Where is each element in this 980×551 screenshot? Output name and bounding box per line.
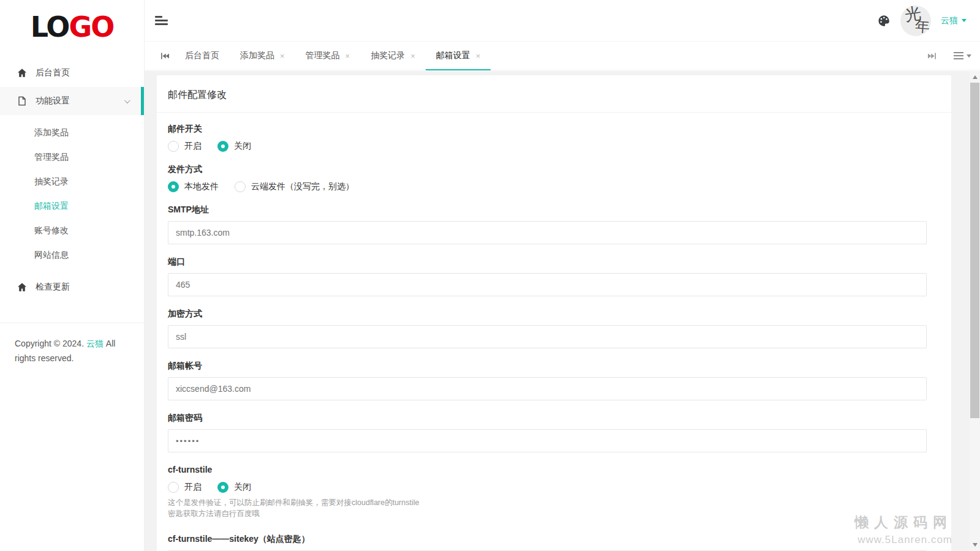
radio-circle-icon — [168, 482, 179, 493]
home-icon — [17, 282, 27, 292]
turnstile-help-line2: 密匙获取方法请自行百度哦 — [168, 509, 927, 519]
tab-label: 抽奖记录 — [371, 50, 405, 61]
sidebar-item-check-update[interactable]: 检查更新 — [0, 273, 144, 301]
field-label-turnstile: cf-turnstile — [168, 463, 927, 476]
avatar-character-2: 年 — [914, 16, 930, 37]
field-label-password: 邮箱密码 — [168, 411, 927, 424]
tab-label: 邮箱设置 — [436, 50, 470, 61]
tab-label: 后台首页 — [185, 50, 219, 61]
radio-turnstile-on[interactable]: 开启 — [168, 482, 202, 493]
username: 云猫 — [941, 15, 958, 26]
close-icon[interactable]: × — [280, 52, 285, 60]
logo-text-black: LO — [31, 10, 69, 43]
port-input[interactable] — [168, 273, 927, 296]
field-label-send-method: 发件方式 — [168, 163, 927, 175]
tab-dashboard[interactable]: 后台首页 — [175, 42, 230, 70]
close-icon[interactable]: × — [345, 52, 350, 60]
scroll-tabs-left-icon[interactable] — [156, 42, 175, 70]
email-password-input[interactable] — [168, 429, 927, 452]
field-label-account: 邮箱帐号 — [168, 359, 927, 372]
field-label-smtp: SMTP地址 — [168, 203, 927, 216]
scrollbar-down-arrow[interactable] — [970, 540, 980, 550]
tab-manage-prize[interactable]: 管理奖品 × — [295, 42, 361, 70]
theme-palette-icon[interactable] — [877, 14, 891, 28]
encryption-input[interactable] — [168, 325, 927, 348]
field-label-mail-switch: 邮件开关 — [168, 122, 927, 135]
email-account-input[interactable] — [168, 377, 927, 400]
sidebar-item-label: 后台首页 — [36, 67, 70, 78]
user-menu[interactable]: 云猫 — [941, 15, 967, 26]
mail-switch-radio-group: 开启 关闭 — [168, 141, 927, 152]
sidebar-item-draw-records[interactable]: 抽奖记录 — [0, 169, 144, 193]
scrollbar-up-arrow[interactable] — [970, 72, 980, 82]
content-area: 邮件配置修改 邮件开关 开启 关闭 发件方式 — [145, 71, 970, 551]
radio-circle-icon — [235, 181, 246, 192]
open-tabs: 后台首页 添加奖品 × 管理奖品 × 抽奖记录 × 邮箱设置 × — [175, 42, 491, 70]
sidebar-item-dashboard[interactable]: 后台首页 — [0, 59, 144, 87]
avatar[interactable]: 光 年 — [900, 6, 931, 36]
mail-config-form: 邮件开关 开启 关闭 发件方式 本地发件 — [157, 113, 951, 551]
turnstile-help-line1: 这个是发件验证，可以防止刷邮件和刷抽奖，需要对接cloudflare的turns… — [168, 498, 927, 508]
field-label-sitekey: cf-turnstile——sitekey（站点密匙） — [168, 533, 927, 545]
scroll-tabs-right-icon[interactable] — [922, 52, 941, 60]
scrollbar[interactable] — [970, 71, 980, 551]
radio-turnstile-off[interactable]: 关闭 — [217, 482, 251, 493]
main-area: 光 年 云猫 后台首页 添加奖品 × 管理奖品 × — [145, 0, 980, 551]
copyright-brand-link[interactable]: 云猫 — [86, 339, 104, 348]
sidebar-submenu: 添加奖品 管理奖品 抽奖记录 邮箱设置 账号修改 网站信息 — [0, 115, 144, 267]
sidebar-item-manage-prize[interactable]: 管理奖品 — [0, 144, 144, 169]
tab-label: 添加奖品 — [240, 50, 274, 61]
radio-circle-icon — [217, 482, 228, 493]
tab-options-menu[interactable] — [954, 50, 971, 61]
smtp-address-input[interactable] — [168, 221, 927, 244]
chevron-down-icon — [962, 19, 967, 22]
radio-circle-icon — [168, 141, 179, 152]
radio-mail-on[interactable]: 开启 — [168, 141, 202, 152]
sidebar-item-account-edit[interactable]: 账号修改 — [0, 218, 144, 242]
tab-bar: 后台首页 添加奖品 × 管理奖品 × 抽奖记录 × 邮箱设置 × — [145, 41, 980, 70]
chevron-down-icon — [967, 54, 971, 58]
file-icon — [17, 96, 27, 106]
sidebar-copyright: Copyright © 2024. 云猫 All rights reserved… — [0, 323, 144, 365]
top-header: 光 年 云猫 — [145, 0, 980, 41]
sidebar-item-settings-group[interactable]: 功能设置 — [0, 87, 144, 115]
sidebar-item-site-info[interactable]: 网站信息 — [0, 242, 144, 267]
tab-add-prize[interactable]: 添加奖品 × — [230, 42, 295, 70]
home-icon — [17, 68, 27, 78]
sidebar-item-label: 检查更新 — [36, 282, 70, 293]
chevron-down-icon — [124, 97, 130, 103]
scrollbar-thumb[interactable] — [970, 83, 979, 418]
close-icon[interactable]: × — [410, 52, 415, 60]
field-label-encrypt: 加密方式 — [168, 307, 927, 320]
copyright-prefix: Copyright © 2024. — [15, 339, 84, 348]
sidebar-item-add-prize[interactable]: 添加奖品 — [0, 120, 144, 144]
collapse-sidebar-icon[interactable] — [155, 14, 168, 27]
turnstile-radio-group: 开启 关闭 — [168, 482, 927, 493]
list-icon — [954, 50, 963, 61]
tab-label: 管理奖品 — [306, 50, 340, 61]
field-label-port: 端口 — [168, 255, 927, 268]
send-method-radio-group: 本地发件 云端发件（没写完，别选） — [168, 181, 927, 192]
logo-text-red: GO — [69, 10, 113, 43]
close-icon[interactable]: × — [476, 52, 481, 60]
mail-config-card: 邮件配置修改 邮件开关 开启 关闭 发件方式 — [157, 75, 951, 551]
sidebar: LOGO 后台首页 功能设置 添加奖品 管理奖品 抽奖记录 邮箱设置 账号修改 … — [0, 0, 145, 551]
sidebar-item-mail-settings[interactable]: 邮箱设置 — [0, 193, 144, 218]
tab-draw-records[interactable]: 抽奖记录 × — [360, 42, 426, 70]
app-logo: LOGO — [0, 0, 144, 54]
sidebar-nav: 后台首页 功能设置 添加奖品 管理奖品 抽奖记录 邮箱设置 账号修改 网站信息 … — [0, 54, 144, 301]
sidebar-item-label: 功能设置 — [36, 96, 70, 107]
radio-mail-off[interactable]: 关闭 — [217, 141, 251, 152]
card-title: 邮件配置修改 — [157, 75, 951, 113]
radio-circle-icon — [217, 141, 228, 152]
tab-mail-settings[interactable]: 邮箱设置 × — [426, 42, 491, 70]
radio-circle-icon — [168, 181, 179, 192]
radio-cloud-send[interactable]: 云端发件（没写完，别选） — [235, 181, 354, 192]
radio-local-send[interactable]: 本地发件 — [168, 181, 219, 192]
